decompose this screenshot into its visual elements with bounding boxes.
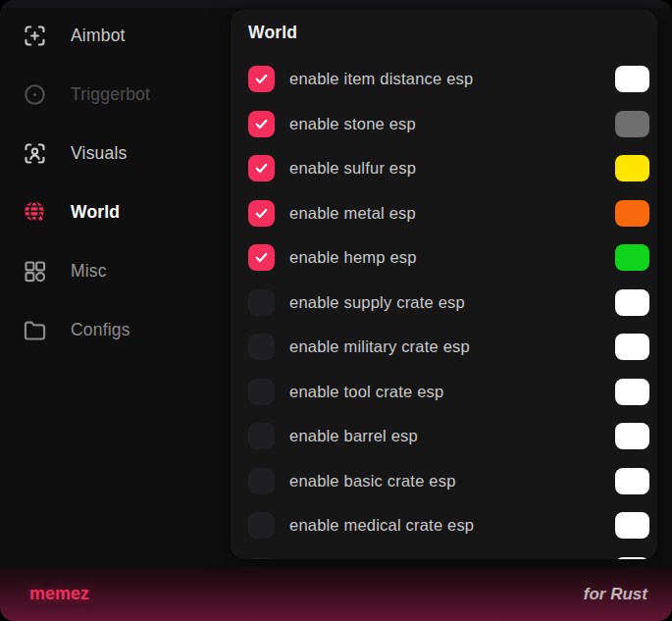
esp-row: enable basic crate esp xyxy=(248,459,657,504)
color-swatch[interactable] xyxy=(615,468,649,494)
sidebar: Aimbot Triggerbot Visuals World Misc Con… xyxy=(0,6,231,561)
color-swatch[interactable] xyxy=(615,379,649,405)
sidebar-item-label: Configs xyxy=(71,320,130,340)
color-swatch[interactable] xyxy=(615,512,649,539)
esp-row: enable stone esp xyxy=(248,102,657,147)
esp-row-label: enable sulfur esp xyxy=(289,159,416,178)
misc-grid-icon xyxy=(22,258,48,285)
sidebar-item-aimbot[interactable]: Aimbot xyxy=(0,6,231,65)
color-swatch[interactable] xyxy=(615,557,649,559)
cheat-menu-window: Aimbot Triggerbot Visuals World Misc Con… xyxy=(0,0,672,621)
esp-row-label: enable hemp esp xyxy=(289,248,417,267)
esp-row-label: enable item distance esp xyxy=(289,70,473,88)
color-swatch[interactable] xyxy=(615,334,649,360)
esp-row-label: enable metal esp xyxy=(289,204,416,223)
esp-row-label: enable medical crate esp xyxy=(289,516,474,535)
esp-row: enable medical crate esp xyxy=(248,503,657,548)
triggerbot-circle-dot-icon xyxy=(22,81,48,108)
tagline-text: for Rust xyxy=(584,585,647,604)
esp-row-label: enable basic crate esp xyxy=(289,472,456,491)
esp-rows: enable item distance esp enable stone es… xyxy=(248,57,657,559)
esp-row: enable metal esp xyxy=(248,191,657,236)
esp-checkbox[interactable] xyxy=(248,557,275,559)
esp-checkbox[interactable] xyxy=(248,468,275,494)
esp-checkbox[interactable] xyxy=(248,423,275,449)
color-swatch[interactable] xyxy=(615,155,649,181)
sidebar-item-triggerbot[interactable]: Triggerbot xyxy=(0,65,231,124)
esp-checkbox[interactable] xyxy=(248,66,275,92)
esp-checkbox[interactable] xyxy=(248,111,275,137)
esp-checkbox[interactable] xyxy=(248,289,275,316)
color-swatch[interactable] xyxy=(615,244,649,271)
esp-checkbox[interactable] xyxy=(248,334,275,360)
esp-row-label: enable supply crate esp xyxy=(289,293,465,312)
color-swatch[interactable] xyxy=(615,423,649,449)
esp-row: enable tool crate esp xyxy=(248,370,657,415)
esp-row: enable item distance esp xyxy=(248,57,657,102)
sidebar-item-label: World xyxy=(71,202,120,223)
esp-checkbox[interactable] xyxy=(248,155,275,181)
color-swatch[interactable] xyxy=(615,111,649,137)
sidebar-item-visuals[interactable]: Visuals xyxy=(0,124,231,182)
esp-row: enable sulfur esp xyxy=(248,146,657,191)
esp-row-label: enable military crate esp xyxy=(289,337,470,356)
sidebar-item-configs[interactable]: Configs xyxy=(0,300,231,359)
panel-title: World xyxy=(248,23,657,48)
esp-row: enable military crate esp xyxy=(248,325,657,370)
settings-panel: World enable item distance esp enable st… xyxy=(231,10,657,559)
esp-row: enable barrel esp xyxy=(248,414,657,459)
esp-row: enable hemp esp xyxy=(248,235,657,281)
sidebar-item-label: Misc xyxy=(71,261,107,282)
world-globe-icon xyxy=(22,199,48,226)
brand-logo: memez xyxy=(29,584,89,604)
esp-row xyxy=(248,548,657,560)
configs-folder-icon xyxy=(22,317,48,343)
sidebar-item-label: Triggerbot xyxy=(71,84,150,105)
esp-row-label: enable barrel esp xyxy=(289,427,418,445)
color-swatch[interactable] xyxy=(615,289,649,316)
aimbot-crosshair-icon xyxy=(22,23,48,49)
esp-checkbox[interactable] xyxy=(248,200,275,227)
sidebar-item-misc[interactable]: Misc xyxy=(0,241,231,300)
color-swatch[interactable] xyxy=(615,200,649,227)
esp-checkbox[interactable] xyxy=(248,244,275,271)
esp-row-label: enable stone esp xyxy=(289,115,416,133)
sidebar-item-label: Visuals xyxy=(71,143,128,164)
esp-checkbox[interactable] xyxy=(248,512,275,539)
esp-checkbox[interactable] xyxy=(248,379,275,405)
footer-bar: memez for Rust xyxy=(0,567,672,621)
sidebar-item-label: Aimbot xyxy=(71,26,126,46)
esp-row-label: enable tool crate esp xyxy=(289,383,443,401)
visuals-person-scan-icon xyxy=(22,140,48,167)
color-swatch[interactable] xyxy=(615,66,649,92)
esp-row: enable supply crate esp xyxy=(248,281,657,326)
sidebar-item-world[interactable]: World xyxy=(0,182,231,241)
